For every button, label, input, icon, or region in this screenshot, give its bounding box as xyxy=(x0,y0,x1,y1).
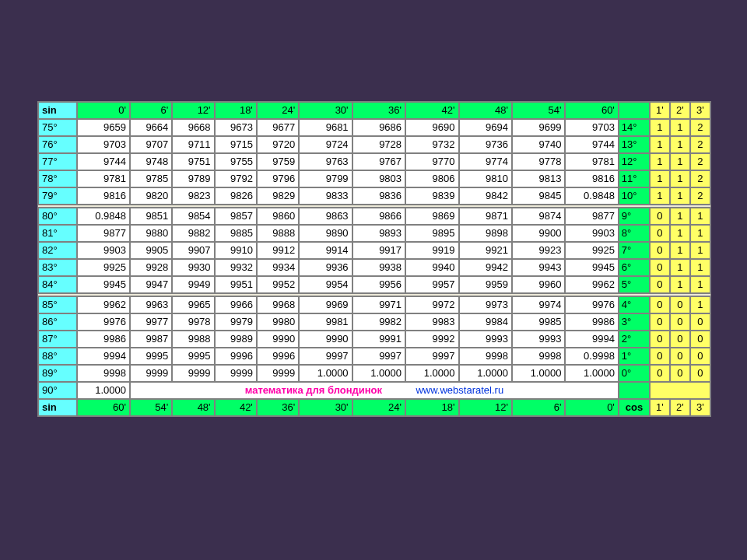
value-cell: 9951 xyxy=(215,276,257,293)
value-cell: 9877 xyxy=(77,225,130,242)
blank xyxy=(619,102,650,119)
value-cell: 9979 xyxy=(215,313,257,331)
value-cell: 9968 xyxy=(257,296,299,313)
correction-cell: 0 xyxy=(650,208,670,225)
value-cell: 9748 xyxy=(130,153,172,170)
correction-cell: 1 xyxy=(670,170,690,187)
complement-degree: 3° xyxy=(619,313,650,331)
value-cell: 9880 xyxy=(130,225,172,242)
value-cell: 1.0000 xyxy=(459,365,512,382)
corr-header: 1' xyxy=(650,102,670,119)
value-cell: 9890 xyxy=(299,225,352,242)
value-cell: 9990 xyxy=(299,331,352,348)
correction-cell: 1 xyxy=(670,153,690,170)
value-cell: 0.9998 xyxy=(565,348,618,365)
min-footer: 42' xyxy=(215,399,257,416)
min-footer: 54' xyxy=(130,399,172,416)
correction-cell: 0 xyxy=(650,313,670,331)
value-cell: 9910 xyxy=(215,242,257,259)
value-cell: 9940 xyxy=(405,259,458,276)
corr-header: 3' xyxy=(690,102,710,119)
correction-cell: 1 xyxy=(670,225,690,242)
correction-cell: 1 xyxy=(670,119,690,136)
value-cell: 9928 xyxy=(130,259,172,276)
value-cell: 9860 xyxy=(257,208,299,225)
value-cell: 9720 xyxy=(257,136,299,153)
value-cell: 9882 xyxy=(172,225,214,242)
value-cell: 9781 xyxy=(565,153,618,170)
value-cell: 9963 xyxy=(130,296,172,313)
value-cell: 9919 xyxy=(405,242,458,259)
value-cell: 9977 xyxy=(130,313,172,331)
value-cell: 9986 xyxy=(77,331,130,348)
value-cell: 9999 xyxy=(215,365,257,382)
value-cell: 9668 xyxy=(172,119,214,136)
value-cell: 9842 xyxy=(459,187,512,205)
value-cell: 9715 xyxy=(215,136,257,153)
correction-cell: 0 xyxy=(690,365,710,382)
value-cell: 9851 xyxy=(130,208,172,225)
correction-cell: 0 xyxy=(650,296,670,313)
complement-degree: 13° xyxy=(619,136,650,153)
value-cell: 9954 xyxy=(299,276,352,293)
value-cell: 9728 xyxy=(352,136,405,153)
value-cell: 9703 xyxy=(77,136,130,153)
degree-label: 78° xyxy=(38,170,77,187)
value-cell: 9877 xyxy=(565,208,618,225)
correction-cell: 1 xyxy=(670,259,690,276)
value-cell: 9997 xyxy=(299,348,352,365)
value-cell: 9981 xyxy=(299,313,352,331)
value-cell: 9770 xyxy=(405,153,458,170)
correction-cell: 0 xyxy=(650,225,670,242)
value-cell: 9993 xyxy=(512,331,565,348)
value-cell: 9912 xyxy=(257,242,299,259)
value-cell: 9767 xyxy=(352,153,405,170)
value-cell: 0.9848 xyxy=(565,187,618,205)
value-cell: 9990 xyxy=(257,331,299,348)
value-cell: 9973 xyxy=(459,296,512,313)
value-cell: 9799 xyxy=(299,170,352,187)
min-header: 0' xyxy=(77,102,130,119)
value-cell: 9943 xyxy=(512,259,565,276)
min-footer: 48' xyxy=(172,399,214,416)
degree-label: 86° xyxy=(38,313,77,331)
value-cell: 9803 xyxy=(352,170,405,187)
value-cell: 9999 xyxy=(257,365,299,382)
value-cell: 9998 xyxy=(77,365,130,382)
value-cell: 9751 xyxy=(172,153,214,170)
value-cell: 9755 xyxy=(215,153,257,170)
value-cell: 9945 xyxy=(565,259,618,276)
min-footer: 60' xyxy=(77,399,130,416)
value-cell: 9796 xyxy=(257,170,299,187)
value-cell: 9686 xyxy=(352,119,405,136)
degree-label: 87° xyxy=(38,331,77,348)
value-cell: 9995 xyxy=(130,348,172,365)
correction-cell: 1 xyxy=(670,136,690,153)
value-cell: 9816 xyxy=(77,187,130,205)
degree-label: 82° xyxy=(38,242,77,259)
value-cell: 9959 xyxy=(459,276,512,293)
correction-cell: 2 xyxy=(690,119,710,136)
value-cell: 9997 xyxy=(405,348,458,365)
degree-label: 79° xyxy=(38,187,77,205)
min-header: 54' xyxy=(512,102,565,119)
value-cell: 9659 xyxy=(77,119,130,136)
value-cell: 9869 xyxy=(405,208,458,225)
value-cell: 9976 xyxy=(77,313,130,331)
min-header: 36' xyxy=(352,102,405,119)
value-cell: 9949 xyxy=(172,276,214,293)
complement-degree: 12° xyxy=(619,153,650,170)
value-cell: 1.0000 xyxy=(565,365,618,382)
complement-degree: 4° xyxy=(619,296,650,313)
value-cell: 9810 xyxy=(459,170,512,187)
value-cell: 9982 xyxy=(352,313,405,331)
value-cell: 9681 xyxy=(299,119,352,136)
value-cell: 9833 xyxy=(299,187,352,205)
value-cell: 9997 xyxy=(352,348,405,365)
value-cell: 9759 xyxy=(257,153,299,170)
value-cell: 9871 xyxy=(459,208,512,225)
correction-cell: 1 xyxy=(650,170,670,187)
value-cell: 9945 xyxy=(77,276,130,293)
value-cell: 9914 xyxy=(299,242,352,259)
value-cell: 1.0000 xyxy=(299,365,352,382)
